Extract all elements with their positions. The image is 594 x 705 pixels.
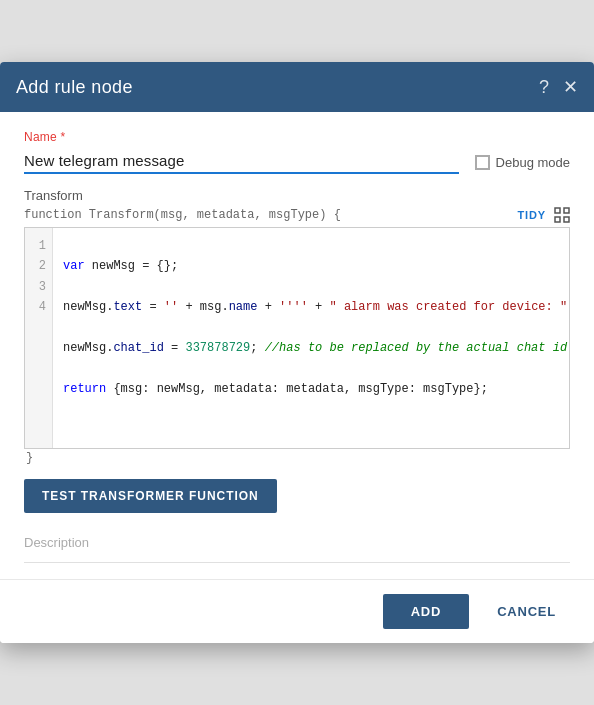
expand-button[interactable] [554, 207, 570, 223]
tidy-button[interactable]: TIDY [517, 209, 546, 221]
debug-mode-wrapper: Debug mode [475, 155, 570, 174]
name-input-wrapper: Name * [24, 130, 459, 174]
name-input[interactable] [24, 148, 459, 174]
debug-mode-label: Debug mode [496, 155, 570, 170]
description-section: Description [24, 535, 570, 563]
dialog-footer: ADD CANCEL [0, 579, 594, 643]
dialog-body: Name * Debug mode Transform function Tra… [0, 112, 594, 579]
svg-rect-2 [555, 217, 560, 222]
transform-label: Transform [24, 188, 570, 203]
description-label: Description [24, 535, 570, 550]
header-icons: ? ✕ [539, 76, 578, 98]
closing-brace: } [24, 451, 570, 465]
test-transformer-button[interactable]: TEST TRANSFORMER FUNCTION [24, 479, 277, 513]
name-field-group: Name * Debug mode [24, 130, 570, 174]
close-icon[interactable]: ✕ [563, 76, 578, 98]
code-content[interactable]: var newMsg = {}; newMsg.text = '' + msg.… [53, 228, 570, 448]
description-divider [24, 562, 570, 563]
dialog-title: Add rule node [16, 77, 133, 98]
add-button[interactable]: ADD [383, 594, 470, 629]
dialog-header: Add rule node ? ✕ [0, 62, 594, 112]
transform-section: Transform function Transform(msg, metada… [24, 188, 570, 521]
add-rule-node-dialog: Add rule node ? ✕ Name * Debug mode Tran… [0, 62, 594, 643]
svg-rect-3 [564, 217, 569, 222]
function-signature-row: function Transform(msg, metadata, msgTyp… [24, 207, 570, 223]
name-label: Name * [24, 130, 459, 144]
line-numbers: 1 2 3 4 [25, 228, 53, 448]
svg-rect-1 [564, 208, 569, 213]
function-sig-text: function Transform(msg, metadata, msgTyp… [24, 208, 341, 222]
code-editor[interactable]: 1 2 3 4 var newMsg = {}; newMsg.text = '… [24, 227, 570, 449]
help-icon[interactable]: ? [539, 77, 549, 98]
expand-icon [554, 207, 570, 223]
debug-mode-checkbox[interactable] [475, 155, 490, 170]
svg-rect-0 [555, 208, 560, 213]
editor-toolbar: TIDY [517, 207, 570, 223]
cancel-button[interactable]: CANCEL [479, 594, 574, 629]
